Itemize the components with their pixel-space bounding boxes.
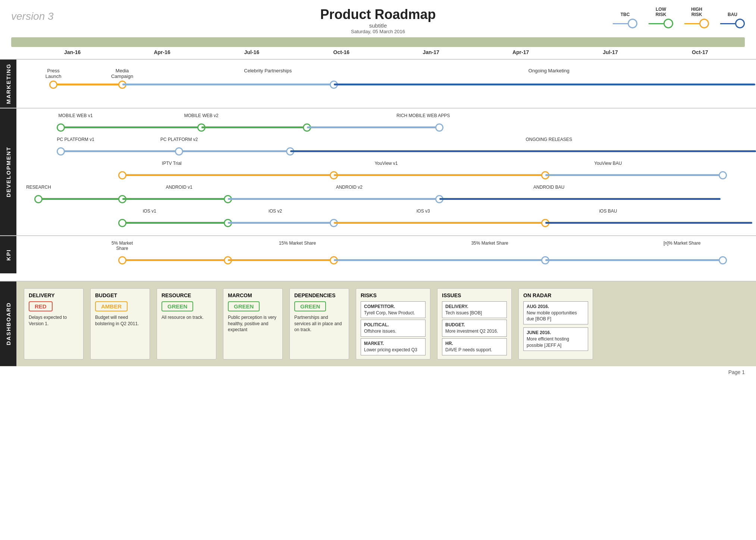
legend-high-risk-label: HIGHRISK bbox=[691, 7, 702, 17]
month-apr17: Apr-17 bbox=[476, 49, 565, 55]
marketing-track: PressLaunch MediaCampaign Celebrity Part… bbox=[16, 67, 756, 93]
delivery-title: DELIVERY bbox=[29, 292, 79, 298]
delivery-text: Delays expected to Version 1. bbox=[29, 314, 79, 327]
development-content: MOBILE WEB v1 MOBILE WEB v2 RICH MOBILE … bbox=[16, 109, 756, 235]
mkt-orange-line bbox=[53, 84, 122, 85]
month-oct16: Oct-16 bbox=[297, 49, 386, 55]
legend: TBC LOWRISK HIGHRISK BAU bbox=[613, 7, 745, 31]
ongoing-marketing-label: Ongoing Marketing bbox=[528, 68, 570, 73]
mw-circle1 bbox=[57, 123, 65, 132]
marketing-content: PressLaunch MediaCampaign Celebrity Part… bbox=[16, 60, 756, 108]
dependencies-badge: GREEN bbox=[294, 301, 326, 311]
kpi-section: KPI 5% MarketShare 15% Market Share 35% … bbox=[0, 235, 756, 273]
track-android: RESEARCH ANDROID v1 ANDROID v2 ANDROID B… bbox=[16, 184, 756, 206]
marcom-text: Public perception is very healthy, posit… bbox=[228, 314, 278, 333]
press-launch-label: PressLaunch bbox=[46, 68, 62, 79]
pc-blue2-line bbox=[179, 150, 290, 152]
main-title: Product Roadmap bbox=[320, 7, 436, 22]
delivery-card: DELIVERY RED Delays expected to Version … bbox=[24, 288, 84, 360]
legend-bau-bar bbox=[720, 23, 735, 24]
iptv-circle4 bbox=[719, 171, 727, 179]
ios-circle1 bbox=[118, 219, 126, 227]
legend-low-risk-label: LOWRISK bbox=[656, 7, 666, 17]
risk-competitor-text: Tyrell Corp, New Product. bbox=[364, 310, 415, 315]
mw-green2-line bbox=[201, 126, 307, 128]
mkt-circle-press bbox=[49, 81, 57, 89]
dashboard-label: DASHBOARD bbox=[0, 282, 16, 366]
mw-circle4 bbox=[435, 123, 443, 132]
ios-bau-label: iOS BAU bbox=[599, 208, 617, 214]
date-label: Saturday, 05 March 2016 bbox=[320, 29, 436, 34]
legend-high-risk-bar bbox=[684, 23, 699, 24]
pc-v2-label: PC PLATFORM v2 bbox=[160, 137, 198, 142]
radar-jun2016: JUNE 2016. More efficient hosting possib… bbox=[523, 327, 588, 351]
issue-hr-label: HR. bbox=[445, 341, 453, 346]
iptv-blue-line bbox=[545, 174, 723, 176]
issues-hr: HR. DAVE P needs support. bbox=[442, 338, 507, 355]
timeline-bar bbox=[11, 37, 745, 47]
page-number: Page 1 bbox=[0, 366, 756, 378]
kpi-blue2-line bbox=[545, 259, 723, 261]
kpi-track: 5% MarketShare 15% Market Share 35% Mark… bbox=[16, 240, 756, 270]
android-v2-label: ANDROID v2 bbox=[336, 185, 363, 190]
mobile-web-v1-label: MOBILE WEB v1 bbox=[59, 113, 93, 118]
page-number-text: Page 1 bbox=[728, 369, 745, 375]
track-iptv: IPTV Trial YouView v1 YouView BAU bbox=[16, 160, 756, 182]
month-jan17: Jan-17 bbox=[386, 49, 476, 55]
legend-bau-label: BAU bbox=[728, 12, 737, 17]
risks-market: MARKET. Lower pricing expected Q3 bbox=[361, 338, 426, 355]
delivery-badge: RED bbox=[29, 301, 53, 311]
month-apr16: Apr-16 bbox=[117, 49, 207, 55]
development-label: DEVELOPMENT bbox=[0, 109, 16, 235]
radar-aug-text: New mobile opportunities due [BOB F] bbox=[527, 310, 577, 322]
mw-blue-line bbox=[307, 126, 439, 128]
android-darkblue-line bbox=[439, 198, 721, 200]
ios-v3-label: iOS v3 bbox=[417, 208, 430, 214]
ios-v2-label: iOS v2 bbox=[269, 208, 282, 214]
pc-v1-label: PC PLATFORM v1 bbox=[57, 137, 94, 142]
marketing-section: MARKETING PressLaunch MediaCampaign Cele… bbox=[0, 59, 756, 108]
kpi-n-pct-label: [n]% Market Share bbox=[664, 241, 700, 246]
month-jul16: Jul-16 bbox=[207, 49, 297, 55]
marcom-title: MARCOM bbox=[228, 292, 278, 298]
risk-market-text: Lower pricing expected Q3 bbox=[364, 347, 417, 352]
timeline-wrap: Jan-16 Apr-16 Jul-16 Oct-16 Jan-17 Apr-1… bbox=[11, 37, 745, 55]
track-pc-platform: PC PLATFORM v1 PC PLATFORM v2 ONGOING RE… bbox=[16, 136, 756, 158]
radar-jun-label: JUNE 2016. bbox=[527, 330, 551, 335]
issue-hr-text: DAVE P needs support. bbox=[445, 347, 492, 352]
radar-jun-text: More efficient hosting possible [JEFF A] bbox=[527, 336, 569, 348]
legend-bau-line bbox=[720, 19, 745, 28]
month-jan16: Jan-16 bbox=[28, 49, 117, 55]
android-green2-line bbox=[122, 198, 228, 200]
development-section: DEVELOPMENT MOBILE WEB v1 MOBILE WEB v2 … bbox=[0, 108, 756, 235]
iptv-orange-line bbox=[122, 174, 334, 176]
risk-political-text: Offshore issues. bbox=[364, 329, 396, 334]
kpi-15pct-label: 15% Market Share bbox=[279, 241, 316, 246]
pc-darkblue-line bbox=[290, 150, 756, 152]
kpi-circle1 bbox=[118, 256, 126, 264]
research-label: RESEARCH bbox=[26, 185, 51, 190]
kpi-content: 5% MarketShare 15% Market Share 35% Mark… bbox=[16, 236, 756, 273]
issues-card: ISSUES DELIVERY. Tech issues [BOB] BUDGE… bbox=[437, 288, 512, 360]
issue-delivery-label: DELIVERY. bbox=[445, 304, 468, 309]
legend-low-risk: LOWRISK bbox=[649, 7, 673, 28]
legend-bau: BAU bbox=[720, 12, 745, 28]
resource-title: RESOURCE bbox=[161, 292, 211, 298]
android-bau-label: ANDROID BAU bbox=[533, 185, 564, 190]
marcom-badge: GREEN bbox=[228, 301, 260, 311]
version-label: version 3 bbox=[11, 10, 54, 22]
media-campaign-label: MediaCampaign bbox=[111, 68, 133, 79]
mobile-web-v2-label: MOBILE WEB v2 bbox=[184, 113, 219, 118]
legend-tbc-circle bbox=[628, 19, 637, 28]
legend-low-risk-circle bbox=[664, 19, 673, 28]
budget-badge: AMBER bbox=[95, 301, 128, 311]
iptv-trial-label: IPTV Trial bbox=[162, 161, 182, 166]
dashboard-section: DASHBOARD DELIVERY RED Delays expected t… bbox=[0, 281, 756, 366]
issue-budget-label: BUDGET. bbox=[445, 322, 465, 327]
pc-circle2 bbox=[175, 147, 183, 156]
title-center: Product Roadmap subtitle Saturday, 05 Ma… bbox=[320, 7, 436, 34]
ios-green1-line bbox=[122, 222, 228, 224]
timeline-months: Jan-16 Apr-16 Jul-16 Oct-16 Jan-17 Apr-1… bbox=[11, 49, 745, 55]
issue-delivery-text: Tech issues [BOB] bbox=[445, 310, 482, 315]
dependencies-title: DEPENDENCIES bbox=[294, 292, 344, 298]
